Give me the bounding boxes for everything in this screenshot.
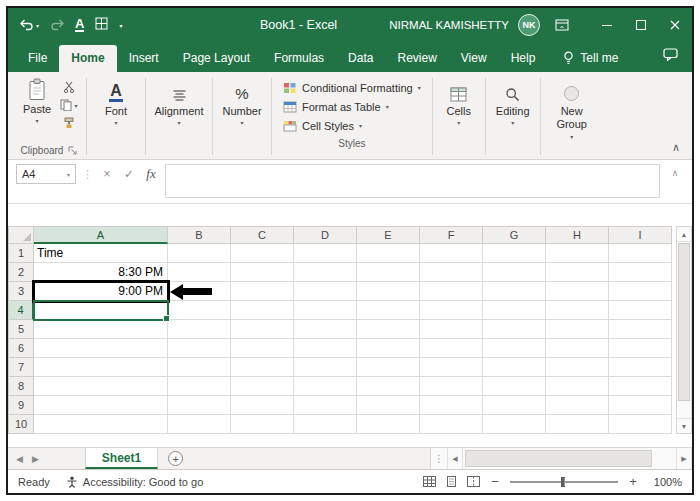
- column-header-A[interactable]: A: [34, 226, 168, 244]
- maximize-button[interactable]: [624, 8, 658, 42]
- enter-entry-button[interactable]: ✓: [121, 164, 137, 184]
- scroll-down-icon[interactable]: ▼: [677, 418, 691, 433]
- row-header-5[interactable]: 5: [8, 320, 34, 339]
- paste-button[interactable]: Paste ▾: [17, 75, 57, 142]
- cell-E7[interactable]: [357, 358, 420, 377]
- cell-F7[interactable]: [420, 358, 483, 377]
- cell-G7[interactable]: [483, 358, 546, 377]
- column-header-G[interactable]: G: [483, 226, 546, 244]
- undo-dropdown-icon[interactable]: ▾: [36, 22, 39, 29]
- cell-C1[interactable]: [231, 244, 294, 263]
- cell-D1[interactable]: [294, 244, 357, 263]
- cell-I3[interactable]: [609, 282, 672, 301]
- cell-E3[interactable]: [357, 282, 420, 301]
- horizontal-scroll-thumb[interactable]: [465, 450, 652, 467]
- cell-C3[interactable]: [231, 282, 294, 301]
- cell-F3[interactable]: [420, 282, 483, 301]
- new-group-button[interactable]: New Group ▾: [543, 74, 601, 159]
- collapse-ribbon-button[interactable]: ∧: [672, 141, 680, 154]
- cell-D7[interactable]: [294, 358, 357, 377]
- cell-A1[interactable]: Time: [34, 244, 168, 263]
- tab-help[interactable]: Help: [499, 45, 548, 72]
- cell-H9[interactable]: [546, 396, 609, 415]
- row-header-1[interactable]: 1: [8, 244, 34, 263]
- column-header-I[interactable]: I: [609, 226, 672, 244]
- editing-group-button[interactable]: Editing ▾: [488, 74, 538, 159]
- cell-styles-button[interactable]: Cell Styles ▾: [277, 116, 427, 135]
- undo-button[interactable]: ▾: [20, 19, 39, 31]
- underline-button[interactable]: A: [75, 18, 84, 32]
- next-sheet-icon[interactable]: ▶: [32, 454, 39, 464]
- cell-I9[interactable]: [609, 396, 672, 415]
- cell-B10[interactable]: [168, 415, 231, 434]
- borders-button[interactable]: [95, 16, 108, 34]
- tab-formulas[interactable]: Formulas: [262, 45, 336, 72]
- cell-F6[interactable]: [420, 339, 483, 358]
- cell-E5[interactable]: [357, 320, 420, 339]
- cell-F1[interactable]: [420, 244, 483, 263]
- name-box[interactable]: A4 ▾: [16, 164, 76, 184]
- cell-D3[interactable]: [294, 282, 357, 301]
- row-header-8[interactable]: 8: [8, 377, 34, 396]
- cell-F5[interactable]: [420, 320, 483, 339]
- cell-A2[interactable]: 8:30 PM: [34, 263, 168, 282]
- tell-me-button[interactable]: Tell me: [563, 51, 618, 72]
- row-header-7[interactable]: 7: [8, 358, 34, 377]
- row-header-6[interactable]: 6: [8, 339, 34, 358]
- cell-G10[interactable]: [483, 415, 546, 434]
- cell-G1[interactable]: [483, 244, 546, 263]
- close-button[interactable]: [658, 8, 692, 42]
- cell-B4[interactable]: [168, 301, 231, 320]
- cell-H7[interactable]: [546, 358, 609, 377]
- cell-D6[interactable]: [294, 339, 357, 358]
- cell-E8[interactable]: [357, 377, 420, 396]
- scroll-right-icon[interactable]: ▶: [676, 448, 692, 469]
- cell-G6[interactable]: [483, 339, 546, 358]
- cell-C9[interactable]: [231, 396, 294, 415]
- clipboard-dialog-launcher-icon[interactable]: [68, 146, 77, 155]
- cell-C4[interactable]: [231, 301, 294, 320]
- cell-C10[interactable]: [231, 415, 294, 434]
- column-header-H[interactable]: H: [546, 226, 609, 244]
- cell-A3[interactable]: 9:00 PM: [34, 282, 168, 301]
- alignment-group-button[interactable]: Alignment ▾: [148, 74, 210, 159]
- comments-button[interactable]: [663, 47, 678, 65]
- cell-I1[interactable]: [609, 244, 672, 263]
- normal-view-button[interactable]: [423, 476, 436, 487]
- cell-B2[interactable]: [168, 263, 231, 282]
- select-all-button[interactable]: [8, 226, 34, 244]
- cell-F2[interactable]: [420, 263, 483, 282]
- zoom-in-button[interactable]: +: [627, 474, 639, 489]
- tab-review[interactable]: Review: [385, 45, 448, 72]
- cell-A7[interactable]: [34, 358, 168, 377]
- name-box-dropdown-icon[interactable]: ▾: [67, 171, 70, 178]
- row-header-3[interactable]: 3: [8, 282, 34, 301]
- cell-H10[interactable]: [546, 415, 609, 434]
- cell-G9[interactable]: [483, 396, 546, 415]
- scroll-up-icon[interactable]: ▲: [677, 227, 691, 242]
- column-header-E[interactable]: E: [357, 226, 420, 244]
- zoom-level[interactable]: 100%: [648, 476, 682, 488]
- format-painter-button[interactable]: [59, 116, 79, 129]
- cell-H3[interactable]: [546, 282, 609, 301]
- zoom-slider[interactable]: [510, 481, 618, 483]
- formula-input[interactable]: [165, 164, 660, 198]
- cell-F10[interactable]: [420, 415, 483, 434]
- horizontal-scroll-track[interactable]: [463, 448, 676, 469]
- cell-A5[interactable]: [34, 320, 168, 339]
- number-group-button[interactable]: % Number ▾: [215, 74, 269, 159]
- cell-C7[interactable]: [231, 358, 294, 377]
- account-button[interactable]: NIRMAL KAMISHETTY NK: [389, 8, 540, 42]
- tab-file[interactable]: File: [16, 45, 59, 72]
- cell-D8[interactable]: [294, 377, 357, 396]
- cell-I5[interactable]: [609, 320, 672, 339]
- cell-H5[interactable]: [546, 320, 609, 339]
- cell-D9[interactable]: [294, 396, 357, 415]
- cell-D5[interactable]: [294, 320, 357, 339]
- cell-E10[interactable]: [357, 415, 420, 434]
- zoom-slider-thumb[interactable]: [561, 477, 565, 487]
- cell-C5[interactable]: [231, 320, 294, 339]
- column-header-F[interactable]: F: [420, 226, 483, 244]
- page-layout-view-button[interactable]: [445, 476, 458, 487]
- minimize-button[interactable]: [590, 8, 624, 42]
